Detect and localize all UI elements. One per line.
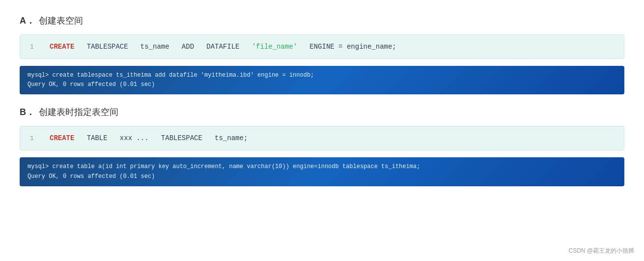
- keyword-create-2: CREATE: [50, 134, 74, 142]
- section-b-letter: B．: [20, 107, 35, 117]
- terminal-a-line-2: Query OK, 0 rows affected (0.01 sec): [28, 80, 616, 89]
- section-b-code-block: 1 CREATE TABLE xxx ... TABLESPACE ts_nam…: [20, 126, 624, 150]
- code-engine-part: ENGINE = engine_name;: [297, 43, 396, 51]
- terminal-b-line-2: Query OK, 0 rows affected (0.01 sec): [28, 172, 616, 181]
- section-a-code-block: 1 CREATE TABLESPACE ts_name ADD DATAFILE…: [20, 34, 624, 59]
- section-b-code-content: CREATE TABLE xxx ... TABLESPACE ts_name;: [50, 134, 248, 142]
- line-number-2: 1: [30, 135, 38, 142]
- section-a-terminal: mysql> create tablespace ts_itheima add …: [20, 66, 624, 94]
- code-table-part: TABLE xxx ... TABLESPACE ts_name;: [74, 134, 248, 142]
- section-a: A．创建表空间 1 CREATE TABLESPACE ts_name ADD …: [20, 15, 624, 94]
- line-number-1: 1: [30, 43, 38, 51]
- section-b: B．创建表时指定表空间 1 CREATE TABLE xxx ... TABLE…: [20, 106, 624, 186]
- section-b-terminal: mysql> create table a(id int primary key…: [20, 157, 624, 186]
- code-string-filename: 'file_name': [252, 43, 297, 51]
- terminal-b-line-1: mysql> create table a(id int primary key…: [28, 162, 616, 172]
- section-a-code-content: CREATE TABLESPACE ts_name ADD DATAFILE '…: [50, 43, 396, 51]
- watermark: CSDN @霸王龙的小胳膊: [568, 247, 634, 255]
- section-b-title: B．创建表时指定表空间: [20, 106, 624, 118]
- section-a-title: A．创建表空间: [20, 15, 624, 27]
- terminal-a-line-1: mysql> create tablespace ts_itheima add …: [28, 71, 616, 80]
- code-tablespace-part: TABLESPACE ts_name ADD DATAFILE: [74, 43, 252, 51]
- section-a-letter: A．: [20, 16, 35, 26]
- keyword-create-1: CREATE: [50, 43, 74, 51]
